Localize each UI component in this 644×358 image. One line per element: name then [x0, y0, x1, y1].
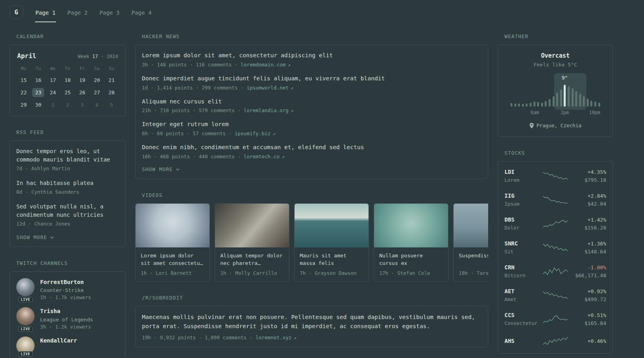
video-meta: 1h · Lori Barnett — [141, 270, 204, 276]
twitch-card: LIVEForrestBurtonCounter-Strike1h · 1.7k… — [10, 271, 126, 358]
stock-row: CRNBitcorn-1.00%$66,171.48 — [504, 259, 606, 283]
twitch-channel[interactable]: LIVETrishaLeague of Legends3h · 1.2k vie… — [16, 307, 119, 329]
hn-item-title[interactable]: Donec enim nibh, condimentum et accumsan… — [142, 143, 481, 152]
stock-symbol[interactable]: SNRC — [504, 240, 538, 247]
video-card[interactable]: Lorem ipsum dolor sit amet consectetu…1h… — [135, 203, 210, 282]
hn-item-domain-link[interactable]: loremlandia.org — [244, 107, 289, 113]
hn-item-domain-link[interactable]: loremtech.co — [244, 154, 279, 160]
stock-name: Ipsum — [504, 201, 538, 207]
video-title: Lorem ipsum dolor sit amet consectetu… — [141, 252, 204, 267]
twitch-channel-info: TrishaLeague of Legends3h · 1.2k viewers — [40, 307, 93, 329]
calendar-title: CALENDAR — [16, 33, 126, 39]
rss-item-meta: 12d · Chance Jones — [16, 221, 119, 227]
stock-price: $148.64 — [572, 249, 606, 255]
logo[interactable]: G — [10, 6, 23, 19]
hn-show-more-label: SHOW MORE — [142, 166, 173, 172]
subreddit-post: Maecenas mollis pulvinar erat non posuer… — [142, 313, 481, 340]
tab-page-3[interactable]: Page 3 — [99, 6, 120, 22]
hn-show-more-button[interactable]: SHOW MORE — [142, 166, 180, 172]
calendar-day: 15 — [16, 76, 31, 85]
stock-symbol[interactable]: IIG — [504, 193, 538, 199]
twitch-channel-name[interactable]: Trisha — [40, 307, 93, 315]
twitch-channel-info: KendallCarr — [40, 337, 77, 355]
calendar-day: 1 — [46, 100, 60, 109]
weather-card: Overcast Feels like 5°C 9°6am2pm10pm Pra… — [498, 45, 613, 137]
weather-bar — [510, 103, 512, 107]
videos-row[interactable]: Lorem ipsum dolor sit amet consectetu…1h… — [135, 203, 488, 282]
weather-bar — [594, 101, 596, 107]
calendar-day: 3 — [75, 100, 89, 109]
calendar-day-header: We — [46, 66, 60, 72]
video-card[interactable]: Suspendisse diam18h · Tara — [453, 203, 488, 282]
stock-symbol[interactable]: DBS — [504, 216, 538, 223]
rss-item[interactable]: In hac habitasse platea8d · Cynthia Saun… — [16, 179, 119, 195]
tab-page-4[interactable]: Page 4 — [131, 6, 152, 22]
twitch-channel[interactable]: LIVEForrestBurtonCounter-Strike1h · 1.7k… — [16, 278, 119, 300]
video-card[interactable]: Nullam posuere cursus ex17h · Stefan Col… — [374, 203, 448, 282]
weather-bar — [572, 88, 574, 107]
stock-values: +0.46% — [572, 338, 606, 344]
twitch-list: LIVEForrestBurtonCounter-Strike1h · 1.7k… — [16, 278, 119, 355]
stock-symbol[interactable]: AET — [504, 288, 538, 294]
calendar-day-header: Tu — [31, 66, 46, 72]
rss-item[interactable]: Donec tempor eros leo, ut commodo mauris… — [16, 147, 119, 171]
video-card-body: Mauris sit amet massa felis7h · Grayson … — [295, 247, 369, 281]
external-link-icon: ↗ — [291, 107, 294, 113]
hn-item-title[interactable]: Aliquam nec cursus elit — [142, 97, 481, 106]
stock-symbol[interactable]: CCS — [504, 312, 538, 318]
hn-item-domain-link[interactable]: ipsumworld.net — [246, 85, 288, 91]
video-card-body: Suspendisse diam18h · Tara — [454, 247, 488, 281]
twitch-avatar-wrap: LIVE — [16, 337, 35, 355]
hn-item-domain-link[interactable]: loremdomain.com — [241, 62, 285, 68]
video-title: Nullam posuere cursus ex — [379, 252, 443, 267]
external-link-icon: ↗ — [293, 335, 297, 340]
stock-row: LDILorem+4.35%$795.18 — [504, 164, 606, 188]
hn-item-meta: 16h · 468 points · 440 comments · loremt… — [142, 154, 481, 160]
weather-bars — [510, 84, 600, 107]
hn-item-title[interactable]: Integer eget rutrum lorem — [142, 120, 481, 129]
stock-change: +2.84% — [572, 193, 606, 199]
stock-symbol[interactable]: AHS — [504, 338, 538, 344]
stock-info: LDILorem — [504, 169, 538, 183]
rss-show-more-button[interactable]: SHOW MORE — [16, 234, 54, 240]
subreddit-post-domain-link[interactable]: loremnet.xyz — [256, 335, 291, 340]
twitch-channel-name[interactable]: KendallCarr — [40, 337, 77, 344]
avatar[interactable] — [16, 278, 35, 296]
weather-bar — [553, 96, 555, 107]
stock-sparkline — [542, 290, 568, 300]
stock-price: $42.04 — [572, 201, 606, 207]
video-meta: 7h · Grayson Dawson — [300, 270, 363, 276]
calendar-day: 20 — [89, 76, 104, 85]
app: G Page 1Page 2Page 3Page 4 CALENDAR Apri… — [0, 0, 644, 358]
tab-page-2[interactable]: Page 2 — [67, 6, 88, 22]
stock-price: $165.84 — [572, 320, 606, 326]
hn-item-title[interactable]: Donec imperdiet augue tincidunt felis al… — [142, 74, 481, 83]
hn-item-title[interactable]: Lorem ipsum dolor sit amet, consectetur … — [142, 51, 481, 60]
stock-change: +1.42% — [572, 217, 606, 223]
rss-item[interactable]: Sed volutpat nulla nisl, a condimentum n… — [16, 202, 119, 227]
video-meta: 18h · Tara — [459, 270, 488, 276]
weather-bar — [556, 93, 558, 107]
stock-values: +1.36%$148.64 — [572, 241, 606, 255]
hn-list: Lorem ipsum dolor sit amet, consectetur … — [142, 51, 481, 160]
stock-row: AHS+0.46% — [504, 331, 606, 351]
twitch-channel-name[interactable]: ForrestBurton — [40, 278, 91, 286]
video-card[interactable]: Aliquam tempor dolor nec pharetra…1h · M… — [215, 203, 289, 282]
hn-item-domain-link[interactable]: ipsumify.biz — [235, 130, 270, 136]
stock-name: Sit — [504, 249, 538, 255]
hn-item-meta-text: 16h · 468 points · 440 comments · — [142, 154, 244, 160]
calendar-day: 25 — [60, 88, 75, 97]
stock-row: CCSConsectetur+0.51%$165.84 — [504, 307, 606, 331]
main: CALENDAR April Week 17 · 2024 MoTuWeThFr… — [0, 22, 644, 358]
weather-bar — [590, 101, 592, 107]
stock-symbol[interactable]: CRN — [504, 264, 538, 270]
subreddit-post-title[interactable]: Maecenas mollis pulvinar erat non posuer… — [142, 313, 481, 331]
avatar[interactable] — [16, 307, 35, 325]
tab-page-1[interactable]: Page 1 — [35, 6, 56, 22]
page-tabs: Page 1Page 2Page 3Page 4 — [35, 6, 152, 22]
stock-row: IIGIpsum+2.84%$42.04 — [504, 188, 606, 212]
stock-symbol[interactable]: LDI — [504, 169, 538, 175]
video-card[interactable]: Mauris sit amet massa felis7h · Grayson … — [294, 203, 369, 282]
twitch-channel[interactable]: LIVEKendallCarr — [16, 337, 119, 355]
twitch-channel-meta: 3h · 1.2k viewers — [40, 324, 93, 330]
